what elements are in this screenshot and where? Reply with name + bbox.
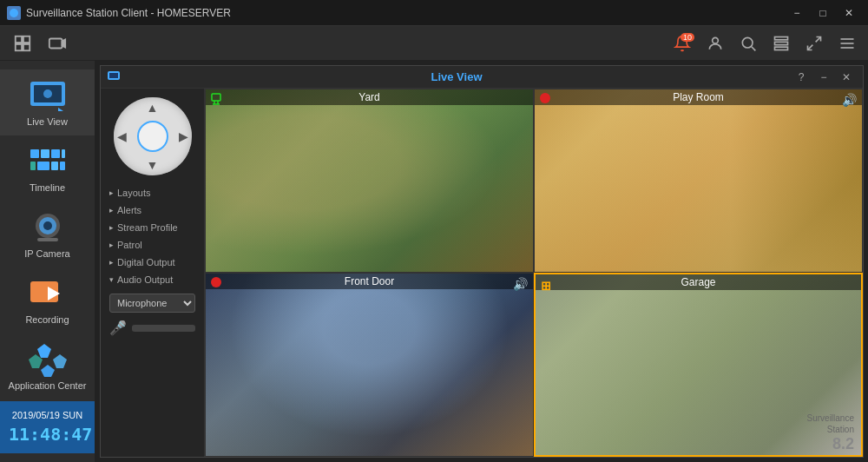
ptz-right-arrow[interactable]: ▶ [179, 129, 188, 143]
maximize-button[interactable]: □ [811, 4, 835, 22]
svg-point-32 [43, 221, 52, 230]
yard-status [211, 93, 221, 109]
sidebar-time: 11:48:47 [9, 424, 86, 445]
frontdoor-audio-icon: 🔊 [513, 277, 528, 291]
svg-rect-1 [16, 36, 22, 42]
frontdoor-status [211, 277, 221, 287]
svg-rect-3 [16, 43, 22, 50]
camera-cell-playroom[interactable]: Play Room 🔊 [534, 89, 863, 273]
playroom-status [540, 93, 550, 103]
ctrl-patrol[interactable]: ▸ Patrol [109, 238, 195, 252]
svg-point-20 [43, 89, 52, 98]
menu-button[interactable] [833, 31, 861, 56]
titlebar-left: Surveillance Station Client - HOMESERVER [7, 6, 231, 20]
svg-rect-24 [51, 149, 60, 158]
camera-cell-yard[interactable]: Yard [205, 89, 534, 273]
sidebar-item-recording[interactable]: Recording [0, 267, 95, 333]
svg-point-8 [742, 37, 753, 48]
search-button[interactable] [734, 31, 762, 56]
svg-rect-23 [41, 149, 49, 158]
svg-rect-2 [23, 36, 30, 42]
svg-rect-11 [775, 42, 788, 44]
svg-rect-42 [212, 94, 220, 101]
ctrl-audio-output[interactable]: ▾ Audio Output [109, 273, 195, 287]
liveview-help-button[interactable]: ? [792, 69, 811, 85]
notification-badge: 10 [681, 33, 694, 42]
sidebar-label-timeline: Timeline [30, 182, 65, 193]
camera-grid: Yard Play Room 🔊 [205, 89, 863, 457]
svg-rect-41 [109, 73, 118, 78]
garage-camera-title: Garage [536, 274, 861, 290]
minimize-button[interactable]: − [785, 4, 809, 22]
svg-rect-26 [30, 162, 36, 170]
user-button[interactable] [701, 31, 729, 56]
sidebar-label-live-view: Live View [27, 116, 68, 127]
svg-line-14 [808, 44, 813, 50]
sidebar: Live View Timeline [0, 61, 95, 462]
microphone-level-bar [132, 325, 195, 332]
microphone-select[interactable]: Microphone Default None [109, 294, 195, 313]
ctrl-alerts[interactable]: ▸ Alerts [109, 203, 195, 217]
toolbar: 10 [0, 26, 868, 61]
liveview-close-button[interactable]: ✕ [837, 69, 856, 85]
sidebar-item-ip-camera[interactable]: IP Camera [0, 201, 95, 267]
ctrl-stream-profile[interactable]: ▸ Stream Profile [109, 221, 195, 234]
svg-rect-12 [775, 47, 788, 50]
ctrl-layouts[interactable]: ▸ Layouts [109, 186, 195, 200]
ptz-center[interactable] [137, 121, 168, 152]
liveview-icon-area [108, 71, 122, 83]
ctrl-digital-output[interactable]: ▸ Digital Output [109, 255, 195, 269]
yard-camera-title: Yard [206, 89, 533, 105]
main-area: Live View Timeline [0, 61, 868, 462]
svg-rect-5 [49, 38, 62, 48]
microphone-icon[interactable]: 🎤 [109, 320, 127, 336]
sidebar-item-live-view[interactable]: Live View [0, 69, 95, 135]
svg-line-13 [816, 36, 821, 42]
ip-camera-icon [27, 210, 69, 245]
svg-line-9 [752, 46, 756, 50]
playroom-camera-title: Play Room [535, 89, 862, 105]
svg-marker-37 [53, 354, 67, 368]
branding-name: Surveillance Station [807, 412, 854, 435]
svg-rect-10 [775, 36, 788, 39]
close-button[interactable]: ✕ [837, 4, 861, 22]
microphone-row: 🎤 [109, 320, 195, 336]
liveview-window-controls[interactable]: ? − ✕ [792, 69, 856, 85]
frontdoor-camera-title: Front Door [206, 274, 533, 289]
branding: Surveillance Station 8.2 [807, 412, 854, 453]
svg-rect-22 [30, 149, 39, 158]
fullscreen-button[interactable] [800, 31, 828, 56]
control-panel: ▲ ▼ ◀ ▶ ▸ Layouts ▸ Alerts [101, 89, 205, 457]
camera-view-button[interactable] [42, 30, 73, 57]
sidebar-item-timeline[interactable]: Timeline [0, 135, 95, 201]
liveview-window: Live View ? − ✕ ▲ ▼ ◀ ▶ [100, 65, 864, 458]
ptz-down-arrow[interactable]: ▼ [147, 158, 159, 172]
ptz-up-arrow[interactable]: ▲ [147, 101, 159, 115]
list-button[interactable] [767, 31, 795, 56]
svg-marker-6 [62, 39, 66, 47]
svg-marker-39 [41, 365, 55, 377]
sidebar-date: 2019/05/19 SUN [9, 410, 86, 420]
timeline-icon [27, 144, 69, 179]
svg-point-7 [713, 37, 719, 43]
grid-view-button[interactable] [7, 30, 38, 57]
window-controls[interactable]: − □ ✕ [785, 4, 861, 22]
liveview-minimize-button[interactable]: − [814, 69, 833, 85]
svg-rect-28 [51, 162, 58, 170]
liveview-body: ▲ ▼ ◀ ▶ ▸ Layouts ▸ Alerts [101, 89, 863, 457]
title-bar: Surveillance Station Client - HOMESERVER… [0, 0, 868, 26]
live-view-icon [27, 78, 69, 113]
notification-button[interactable]: 10 [668, 31, 696, 56]
svg-rect-33 [37, 238, 58, 241]
sidebar-label-recording: Recording [25, 314, 69, 325]
svg-rect-4 [23, 43, 30, 50]
content-area: Live View ? − ✕ ▲ ▼ ◀ ▶ [95, 61, 868, 462]
ptz-left-arrow[interactable]: ◀ [117, 129, 127, 143]
sidebar-clock: 2019/05/19 SUN 11:48:47 [0, 401, 95, 453]
garage-status: ⊞ [541, 278, 551, 294]
playroom-audio-icon: 🔊 [842, 93, 857, 107]
sidebar-item-app-center[interactable]: Application Center [0, 333, 95, 399]
camera-cell-frontdoor[interactable]: Front Door 🔊 [205, 273, 534, 457]
ptz-controller[interactable]: ▲ ▼ ◀ ▶ [114, 97, 192, 175]
svg-rect-27 [37, 162, 49, 170]
